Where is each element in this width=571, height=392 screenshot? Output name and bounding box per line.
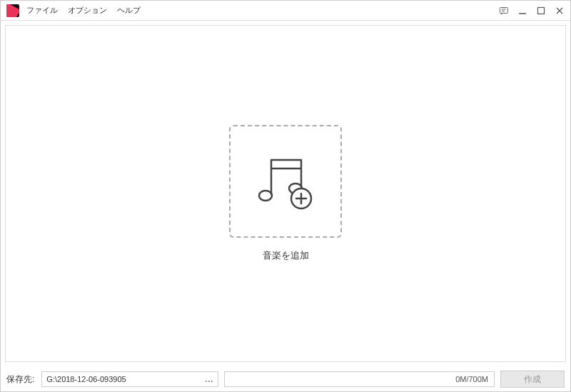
save-to-label: 保存先: <box>6 373 34 386</box>
svg-rect-0 <box>500 7 508 13</box>
minimize-button[interactable] <box>517 6 527 16</box>
menu-option[interactable]: オプション <box>68 5 107 16</box>
save-path-field[interactable]: G:\2018-12-06-093905 ... <box>41 371 218 387</box>
menu-help[interactable]: ヘルプ <box>117 5 141 16</box>
menu-file[interactable]: ファイル <box>26 5 58 16</box>
svg-rect-4 <box>538 7 545 14</box>
titlebar: ファイル オプション ヘルプ <box>1 1 570 21</box>
save-path-text: G:\2018-12-06-093905 <box>46 375 201 383</box>
maximize-button[interactable] <box>536 6 546 16</box>
main-content: 音楽を追加 <box>5 25 566 362</box>
feedback-icon[interactable] <box>499 6 509 16</box>
svg-point-8 <box>259 191 272 201</box>
window-controls <box>499 6 565 16</box>
browse-button[interactable]: ... <box>201 375 213 383</box>
close-button[interactable] <box>555 6 565 16</box>
create-button[interactable]: 作成 <box>500 371 565 388</box>
size-progress-text: 0M/700M <box>455 375 488 383</box>
add-music-dropzone[interactable] <box>229 125 342 238</box>
size-progress: 0M/700M <box>224 371 495 387</box>
add-music-label: 音楽を追加 <box>263 249 309 262</box>
main-menu: ファイル オプション ヘルプ <box>26 5 141 16</box>
music-add-icon <box>250 146 321 217</box>
app-logo-icon <box>6 4 19 17</box>
bottom-bar: 保存先: G:\2018-12-06-093905 ... 0M/700M 作成 <box>1 366 570 392</box>
